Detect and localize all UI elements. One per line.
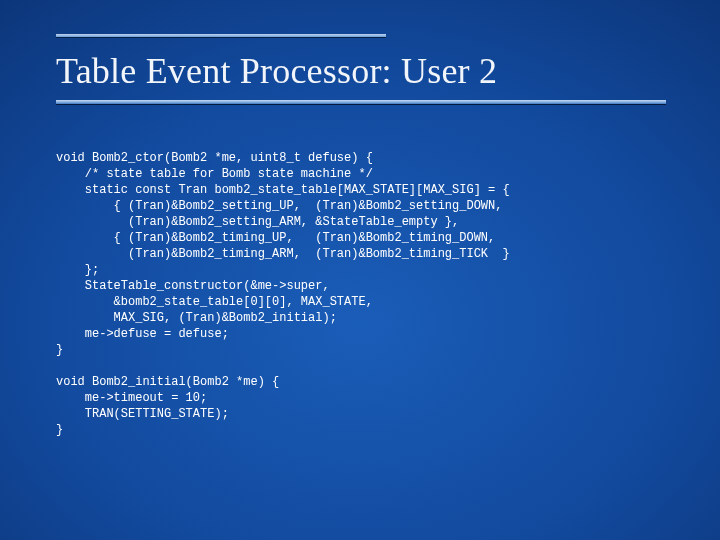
code-block: void Bomb2_ctor(Bomb2 *me, uint8_t defus… <box>56 150 696 438</box>
title-underline <box>56 100 666 104</box>
slide: Table Event Processor: User 2 void Bomb2… <box>0 0 720 540</box>
top-accent-bar <box>56 34 386 37</box>
slide-title: Table Event Processor: User 2 <box>56 50 497 92</box>
